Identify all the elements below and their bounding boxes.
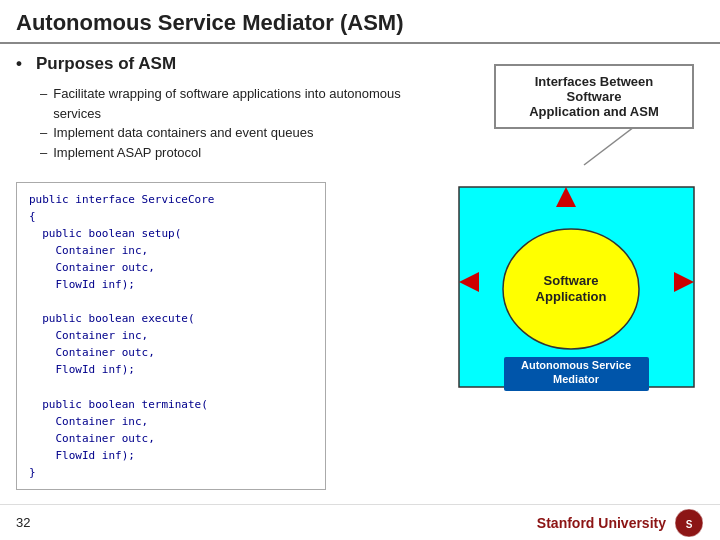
university-name: Stanford University: [537, 515, 666, 531]
callout-line2: Application and ASM: [529, 104, 659, 119]
section-heading: • Purposes of ASM: [16, 54, 424, 74]
footer-right: Stanford University S: [537, 508, 704, 538]
dash-2: –: [40, 123, 47, 143]
svg-line-0: [584, 127, 634, 165]
bullet-symbol: •: [16, 54, 22, 74]
svg-text:Software: Software: [544, 273, 599, 288]
left-column: • Purposes of ASM – Facilitate wrapping …: [16, 54, 424, 494]
code-content: public interface ServiceCore { public bo…: [29, 191, 313, 481]
footer: 32 Stanford University S: [0, 504, 720, 540]
page-number: 32: [16, 515, 30, 530]
sub-item-text-1: Facilitate wrapping of software applicat…: [53, 84, 424, 123]
asm-diagram: Software Application Autonomous Service …: [449, 137, 704, 407]
dash-1: –: [40, 84, 47, 104]
sub-item-text-2: Implement data containers and event queu…: [53, 123, 313, 143]
callout-container: Interfaces Between Software Application …: [494, 54, 704, 129]
content-area: • Purposes of ASM – Facilitate wrapping …: [0, 44, 720, 494]
code-block: public interface ServiceCore { public bo…: [16, 182, 326, 490]
list-item: – Facilitate wrapping of software applic…: [40, 84, 424, 123]
callout-box: Interfaces Between Software Application …: [494, 64, 694, 129]
slide-title: Autonomous Service Mediator (ASM): [16, 10, 704, 36]
dash-3: –: [40, 143, 47, 163]
svg-text:Application: Application: [536, 289, 607, 304]
section-heading-text: Purposes of ASM: [36, 54, 176, 74]
svg-text:S: S: [686, 519, 693, 530]
callout-line1: Interfaces Between Software: [535, 74, 654, 104]
stanford-logo: S: [674, 508, 704, 538]
sub-items-list: – Facilitate wrapping of software applic…: [40, 84, 424, 162]
svg-text:Mediator: Mediator: [553, 373, 600, 385]
slide: Autonomous Service Mediator (ASM) • Purp…: [0, 0, 720, 540]
list-item: – Implement data containers and event qu…: [40, 123, 424, 143]
sub-item-text-3: Implement ASAP protocol: [53, 143, 201, 163]
list-item: – Implement ASAP protocol: [40, 143, 424, 163]
title-bar: Autonomous Service Mediator (ASM): [0, 0, 720, 44]
callout-tail-svg: [574, 127, 654, 167]
right-column: Interfaces Between Software Application …: [434, 54, 704, 494]
svg-text:Autonomous Service: Autonomous Service: [521, 359, 631, 371]
